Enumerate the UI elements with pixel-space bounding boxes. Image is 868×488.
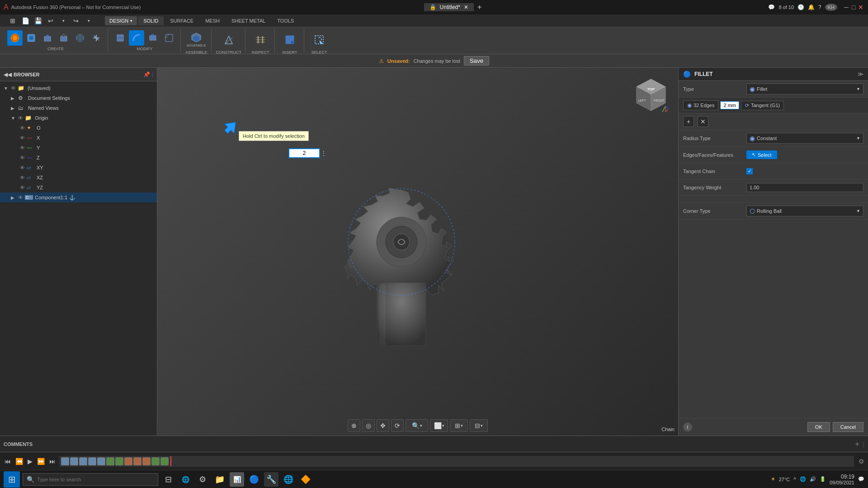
- timeline-item-8[interactable]: [124, 457, 132, 465]
- edges-value[interactable]: 2 mm: [720, 101, 739, 109]
- collapse-arrow[interactable]: ▼: [4, 86, 11, 91]
- tab-mesh[interactable]: MESH: [200, 16, 225, 25]
- timeline-item-6[interactable]: [106, 457, 114, 465]
- construct-btn-1[interactable]: [218, 30, 239, 49]
- info-btn[interactable]: i: [683, 422, 692, 432]
- redo-history-btn[interactable]: ▾: [83, 15, 94, 26]
- timeline-skip-start-btn[interactable]: ⏮: [4, 457, 12, 466]
- timeline-item-10[interactable]: [142, 457, 151, 465]
- save-button[interactable]: Save: [464, 56, 489, 66]
- anchor-icon[interactable]: ⚓: [69, 195, 75, 201]
- volume-icon[interactable]: 🔊: [810, 476, 816, 482]
- notification-taskbar-icon[interactable]: 💬: [858, 476, 864, 482]
- close-tab-icon[interactable]: ✕: [464, 4, 468, 10]
- add-fillet-btn[interactable]: +: [683, 116, 694, 127]
- design-dropdown[interactable]: DESIGN ▾: [105, 16, 137, 25]
- modify-btn-4[interactable]: [161, 30, 177, 46]
- visibility-icon-z[interactable]: 👁: [20, 155, 25, 160]
- create-btn-1[interactable]: [7, 30, 23, 46]
- search-bar[interactable]: 🔍: [23, 473, 158, 486]
- timeline-play-btn[interactable]: ▶: [27, 457, 33, 466]
- manager-btn[interactable]: 📊: [230, 472, 244, 487]
- tree-item-x[interactable]: 👁 — X: [0, 133, 157, 143]
- start-btn[interactable]: ⊞: [4, 471, 20, 488]
- undo-btn[interactable]: ↩: [45, 15, 56, 26]
- select-edges-btn[interactable]: ↖ Select: [746, 150, 777, 159]
- file-menu-btn[interactable]: 📄: [20, 15, 31, 26]
- create-btn-2[interactable]: [24, 30, 39, 46]
- tangent-btn[interactable]: ⟳ Tangent (G1): [741, 101, 784, 110]
- tree-item-yz[interactable]: 👁 ▱ YZ: [0, 183, 157, 192]
- panel-expand-icon[interactable]: ≫: [858, 71, 863, 77]
- viewport[interactable]: TOP LEFT FRONT: [157, 68, 678, 436]
- tree-item-named-views[interactable]: ▶ 🗂 Named Views: [0, 103, 157, 113]
- tree-item-origin[interactable]: ▼ 👁 📁 Origin: [0, 113, 157, 123]
- visibility-icon-yz[interactable]: 👁: [20, 185, 25, 190]
- cancel-button[interactable]: Cancel: [833, 422, 863, 432]
- nav-cube[interactable]: TOP LEFT FRONT: [633, 77, 669, 113]
- explorer-btn[interactable]: 📁: [212, 472, 227, 487]
- timeline-item-3[interactable]: [79, 457, 87, 465]
- timeline-item-4[interactable]: [88, 457, 96, 465]
- pin-btn[interactable]: 📌: [143, 71, 150, 78]
- apps-btn[interactable]: ⊞: [7, 15, 18, 26]
- ie-btn[interactable]: 🌐: [281, 472, 296, 487]
- corner-type-dropdown[interactable]: ⬡ Rolling Ball ▼: [746, 206, 863, 216]
- tree-item-xz[interactable]: 👁 ▱ XZ: [0, 173, 157, 183]
- assemble-btn-1[interactable]: ASSEMBLE: [186, 30, 207, 49]
- expand-arrow-2[interactable]: ▶: [11, 106, 18, 111]
- add-comment-btn[interactable]: +: [855, 440, 859, 448]
- notification-icon[interactable]: 💬: [768, 4, 775, 10]
- visibility-icon-comp[interactable]: 👁: [18, 195, 23, 200]
- create-btn-4[interactable]: [56, 30, 71, 46]
- tree-item-component1[interactable]: ▶ 👁 C Component1:1 ⚓: [0, 192, 157, 202]
- ok-button[interactable]: OK: [807, 422, 830, 432]
- edge-btn[interactable]: 🌐: [178, 472, 193, 487]
- create-btn-6[interactable]: [89, 30, 104, 46]
- back-btn[interactable]: ◀◀: [4, 71, 12, 78]
- file-tab[interactable]: 🔒 Untitled* ✕: [424, 3, 474, 11]
- radius-input[interactable]: [288, 148, 320, 158]
- origin-btn[interactable]: ⊕: [348, 419, 360, 432]
- timeline-prev-btn[interactable]: ⏪: [14, 457, 24, 466]
- save-btn-qa[interactable]: 💾: [33, 15, 43, 26]
- undo-history-btn[interactable]: ▾: [58, 15, 69, 26]
- grid-btn[interactable]: ⊞▾: [450, 419, 468, 432]
- tab-surface[interactable]: SURFACE: [165, 16, 199, 25]
- timeline-skip-end-btn[interactable]: ⏭: [48, 457, 57, 466]
- search-input[interactable]: [37, 477, 154, 482]
- modify-btn-3[interactable]: [145, 30, 160, 46]
- bell-icon[interactable]: 🔔: [808, 4, 815, 10]
- timeline-settings-btn[interactable]: ⚙: [859, 458, 864, 465]
- tree-item-xy[interactable]: 👁 ▱ XY: [0, 163, 157, 173]
- tree-item-unsaved[interactable]: ▼ 👁 📁 (Unsaved): [0, 83, 157, 93]
- tangent-chain-checkbox[interactable]: ✓: [746, 168, 753, 174]
- visibility-icon[interactable]: 👁: [11, 85, 16, 91]
- chrome-btn[interactable]: 🔵: [247, 472, 261, 487]
- expand-arrow-comp[interactable]: ▶: [11, 195, 18, 200]
- modify-btn-2[interactable]: [129, 30, 144, 46]
- inspect-btn-1[interactable]: [250, 30, 271, 49]
- expand-arrow[interactable]: ▶: [11, 96, 18, 101]
- create-btn-5[interactable]: [72, 30, 88, 46]
- tree-item-y[interactable]: 👁 — Y: [0, 143, 157, 153]
- pan-btn[interactable]: ✥: [377, 419, 389, 432]
- radius-type-dropdown[interactable]: ◉ Constant ▼: [746, 133, 863, 144]
- timeline-item-5[interactable]: [97, 457, 105, 465]
- tree-item-o[interactable]: 👁 ✦ O: [0, 123, 157, 133]
- redo-btn[interactable]: ↪: [71, 15, 81, 26]
- create-btn-3[interactable]: [40, 30, 55, 46]
- select-btn-1[interactable]: [309, 30, 330, 49]
- fusion-btn[interactable]: 🔧: [264, 472, 278, 487]
- tangency-weight-input[interactable]: [746, 183, 863, 192]
- collapse-arrow-origin[interactable]: ▼: [11, 116, 18, 121]
- visibility-icon-o[interactable]: 👁: [20, 125, 25, 131]
- tab-solid[interactable]: SOLID: [138, 16, 164, 25]
- remove-fillet-btn[interactable]: ✕: [698, 116, 708, 127]
- timeline-item-2[interactable]: [70, 457, 78, 465]
- visibility-icon-y[interactable]: 👁: [20, 145, 25, 150]
- timeline-next-btn[interactable]: ⏩: [36, 457, 46, 466]
- timeline-item-7[interactable]: [115, 457, 123, 465]
- clock[interactable]: 09:19 09/09/2021: [830, 474, 854, 485]
- task-view-btn[interactable]: ⊟: [161, 472, 175, 487]
